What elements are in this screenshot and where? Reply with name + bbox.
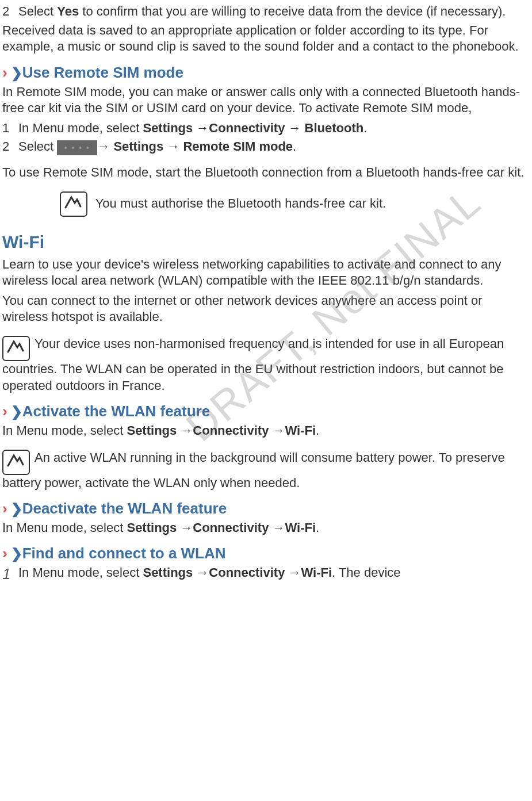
nav-wifi: Wi-Fi [301,565,332,580]
paragraph-received-data: Received data is saved to an appropriate… [2,22,530,55]
step-rs-2: 2 Select • • • •→ Settings → Remote SIM … [2,139,530,155]
note-battery: An active WLAN running in the background… [2,450,530,492]
paragraph-remote-sim-intro: In Remote SIM mode, you can make or answ… [2,84,530,117]
heading-find-wlan: ›❯Find and connect to a WLAN [2,544,530,564]
nav-settings: Settings [110,139,167,154]
arrow: → [273,423,285,438]
dot: . [293,139,296,154]
nav-settings: Settings [127,520,180,535]
nav-wifi: Wi-Fi [285,423,316,438]
chevron-icon: › [2,403,7,420]
nav-connectivity: Connectivity [209,121,288,135]
note-text: Your device uses non-harmonised frequenc… [2,336,504,393]
note-text: An active WLAN running in the background… [2,450,505,490]
text: In Menu mode, select [18,121,143,135]
nav-settings: Settings [143,565,196,580]
arrow: → [273,520,285,535]
step-find-1: 1 In Menu mode, select Settings →Connect… [2,565,530,584]
heading-wifi: Wi-Fi [2,231,530,253]
nav-connectivity: Connectivity [193,423,272,438]
dot: . [316,423,319,438]
heading-activate-wlan: ›❯Activate the WLAN feature [2,402,530,421]
paragraph-wifi-intro: Learn to use your device's wireless netw… [2,256,530,289]
paragraph-use-remote: To use Remote SIM mode, start the Blueto… [2,164,530,181]
step-body: In Menu mode, select Settings →Connectiv… [18,565,530,584]
chevron-icon: › [2,64,7,81]
arrow: → [180,520,193,535]
step-body: In Menu mode, select Settings →Connectiv… [18,120,530,137]
text: In Menu mode, select [18,565,143,580]
note-frequency: Your device uses non-harmonised frequenc… [2,336,530,394]
nav-remote-sim: Remote SIM mode [179,139,293,154]
bold-yes: Yes [57,4,79,18]
note-text: You must authorise the Bluetooth hands-f… [95,196,386,210]
nav-settings: Settings [127,423,180,438]
heading-text: Activate the WLAN feature [22,403,210,420]
text: In Menu mode, select [2,520,127,535]
heading-remote-sim: ›❯Use Remote SIM mode [2,63,530,83]
arrow: → [196,565,209,580]
step-body: Select Yes to confirm that you are willi… [18,3,530,20]
arrow: → [196,121,209,135]
bullet-icon: ❯ [11,546,22,561]
nav-wifi: Wi-Fi [285,520,316,535]
note-icon [2,450,30,475]
step-number: 1 [2,120,18,137]
dot: . [363,121,367,135]
step-number: 1 [2,565,18,584]
arrow: → [167,139,179,154]
heading-text: Use Remote SIM mode [22,64,183,81]
nav-connectivity: Connectivity [209,565,288,580]
chevron-icon: › [2,545,7,562]
heading-text: Find and connect to a WLAN [22,545,226,562]
chevron-icon: › [2,500,7,517]
bullet-icon: ❯ [11,65,22,81]
paragraph-wifi-connect: You can connect to the internet or other… [2,293,530,325]
bullet-icon: ❯ [11,501,22,516]
text: . The device [332,565,400,580]
note-authorise: You must authorise the Bluetooth hands-f… [60,191,530,217]
text: to confirm that you are willing to recei… [79,4,506,18]
nav-settings: Settings [143,121,196,135]
arrow: → [289,565,301,580]
nav-connectivity: Connectivity [193,520,272,535]
step-body: Select • • • •→ Settings → Remote SIM mo… [18,139,530,155]
arrow: → [289,121,301,135]
arrow: → [97,139,110,154]
bullet-icon: ❯ [11,404,22,419]
step-number: 2 [2,3,18,20]
heading-deactivate-wlan: ›❯Deactivate the WLAN feature [2,499,530,519]
text: In Menu mode, select [2,423,127,438]
step-number: 2 [2,139,18,155]
heading-text: Deactivate the WLAN feature [22,500,227,517]
note-icon [60,191,87,217]
options-button-icon: • • • • [57,140,97,155]
text: Select [18,139,57,154]
paragraph-activate: In Menu mode, select Settings →Connectiv… [2,423,530,439]
dot: . [316,520,319,535]
step-confirm-yes: 2 Select Yes to confirm that you are wil… [2,3,530,20]
step-rs-1: 1 In Menu mode, select Settings →Connect… [2,120,530,137]
note-icon [2,336,30,361]
arrow: → [180,423,193,438]
paragraph-deactivate: In Menu mode, select Settings →Connectiv… [2,520,530,536]
text: Select [18,4,57,18]
nav-bluetooth: Bluetooth [301,121,364,135]
